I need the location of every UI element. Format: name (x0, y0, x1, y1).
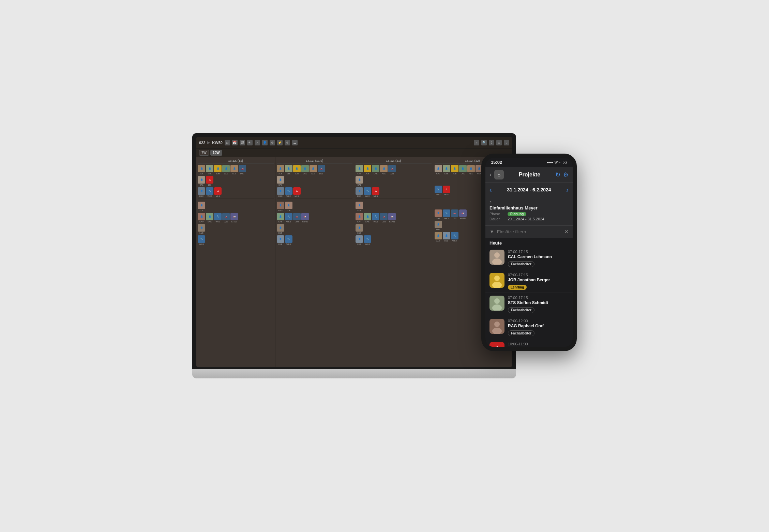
chip-2-lue[interactable]: 👤LUE (277, 235, 284, 245)
chip-3-yok[interactable]: 👤YOK (356, 202, 363, 212)
chip-rec[interactable]: 👤REC (198, 187, 205, 197)
filter-close-button[interactable]: ✕ (564, 229, 569, 235)
toolbar-icon-help[interactable]: ? (504, 140, 509, 145)
chip-lw1[interactable]: 🚗LW1 (239, 165, 246, 175)
chip-las[interactable]: 👤LAS (222, 165, 230, 175)
chip-yok[interactable]: 👤YOK (198, 202, 205, 212)
toolbar-icon-1[interactable]: ⊟ (225, 140, 230, 145)
chip-als2[interactable]: 👤ALS (230, 165, 238, 175)
list-item-rag[interactable]: 07:00-12:00 RAG Raphael Graf Facharbeite… (485, 316, 573, 339)
chip-2-lus[interactable]: 👤LUS (277, 224, 284, 234)
chip-4-wk4[interactable]: 🔧WK4 (451, 232, 458, 242)
chip-3-cal[interactable]: 👤CAL (356, 176, 363, 186)
chip-lus[interactable]: 👤LUS (198, 224, 205, 234)
chip-2-als2[interactable]: 👤ALS (310, 165, 317, 175)
chip-2-las[interactable]: 👤LAS (301, 165, 309, 175)
chip-4-sts[interactable]: 👤STS (443, 165, 450, 175)
chip-4-lw2[interactable]: 🚗LW2 (451, 209, 458, 219)
chip-als[interactable]: 👤ALS (198, 165, 205, 175)
chip-4-job[interactable]: 👤JOB (451, 165, 458, 175)
toolbar-icon-search[interactable]: 🔍 (481, 140, 487, 145)
toolbar-icon-7[interactable]: ⚙ (270, 140, 275, 145)
chip-2-mls[interactable]: ⚠MLS (293, 187, 301, 197)
toolbar-icon-3[interactable]: 🖼 (240, 140, 245, 145)
toolbar-icon-2[interactable]: 📅 (232, 140, 238, 145)
chip-4-kran[interactable]: 🚛KRAN (459, 209, 467, 219)
chip-3-lue[interactable]: 👤LUE (356, 235, 363, 245)
chip-lw2[interactable]: 🚗LW2 (222, 213, 230, 223)
chip-3-sts[interactable]: 👤STS (356, 165, 363, 175)
project-card[interactable]: 2 Einfamilienhaus Meyer Phase Planung Da… (485, 197, 573, 225)
toolbar-icon-4[interactable]: 👁 (247, 140, 253, 145)
toolbar-icon-share[interactable]: ⤴ (489, 140, 494, 145)
chip-3-lw1[interactable]: 🚗LW1 (388, 165, 396, 175)
chip-3-rec[interactable]: 👤REC (356, 187, 363, 197)
refresh-button[interactable]: ↻ (555, 171, 560, 178)
toolbar-icon-6[interactable]: 👤 (262, 140, 268, 145)
chip-wk4[interactable]: 🔧WK4 (198, 235, 205, 245)
chip-4-wk3[interactable]: 🔧WK3 (443, 209, 450, 219)
list-item-sts[interactable]: 07:00-17:15 STS Steffen Schmidt Facharbe… (485, 293, 573, 316)
toolbar-icon-filter[interactable]: ≡ (474, 140, 479, 145)
prev-week-button[interactable]: ‹ (489, 186, 492, 194)
chip-job[interactable]: 👤JOB (214, 165, 222, 175)
home-button[interactable]: ⌂ (494, 170, 504, 179)
chip-kran[interactable]: 🚛KRAN (230, 213, 238, 223)
chip-4-mls[interactable]: ⚠MLS (443, 186, 450, 195)
chip-4-sap[interactable]: 👤SAP (435, 209, 442, 219)
toolbar-icon-5[interactable]: ✓ (255, 140, 260, 145)
chip-4-lue[interactable]: 👤LUE (443, 232, 450, 242)
list-item-cal[interactable]: 07:00-17:15 CAL Carmen Lehmann Facharbei… (485, 247, 573, 270)
chip-3-wk4[interactable]: 🔧WK4 (364, 235, 371, 245)
chip-2-yok[interactable]: 👤YOK (285, 202, 292, 212)
toolbar-icon-10[interactable]: ☁ (292, 140, 298, 145)
chip-2-lw1[interactable]: 🚗LW1 (318, 165, 325, 175)
chip-3-wk3[interactable]: 🔧WK3 (372, 213, 379, 223)
list-item-job[interactable]: 07:00-17:15 JOB Jonathan Berger Lehrling (485, 270, 573, 293)
chip-3-wk2[interactable]: 🔧WK2 (364, 187, 371, 197)
chip-3-kran[interactable]: 🚛KRAN (388, 213, 396, 223)
back-button[interactable]: ‹ (489, 171, 492, 178)
chip-3-als[interactable]: 👤ALS (380, 165, 388, 175)
toolbar-icon-settings[interactable]: ⚙ (496, 140, 502, 145)
chip-2-sas[interactable]: 👤SAS (277, 213, 284, 223)
chip-3-lus[interactable]: 👤LUS (356, 224, 363, 234)
chip-3-mls[interactable]: ⚠MLS (372, 187, 379, 197)
chip-4-las[interactable]: 👤LAS (459, 165, 467, 175)
chip-2-als[interactable]: 👤ALS (277, 165, 284, 175)
chip-3-job[interactable]: 👤JOB (364, 165, 371, 175)
chip-3-las[interactable]: 👤LAS (372, 165, 379, 175)
chip-mls[interactable]: ⚠MLS (214, 187, 222, 197)
chip-2-rag[interactable]: 👤RAG (277, 202, 284, 212)
chip-sas[interactable]: 👤SAS (206, 213, 213, 223)
chip-4-wk2[interactable]: 🔧WK2 (435, 186, 442, 195)
chip-4-lus[interactable]: 👤LUS (435, 221, 442, 231)
chip-2-rec[interactable]: 👤REC (277, 187, 284, 197)
chip-4-als2[interactable]: 👤ALS (435, 232, 442, 242)
chip-3-sas[interactable]: 👤SAS (364, 213, 371, 223)
chip-4-als[interactable]: 👤ALS (467, 165, 475, 175)
filter-input[interactable] (497, 229, 561, 234)
chip-sap[interactable]: 👤SAP (198, 213, 205, 223)
chip-4-cal[interactable]: 👤CAL (435, 165, 442, 175)
next-week-button[interactable]: › (566, 186, 569, 194)
chip-2-wk2[interactable]: 🔧WK2 (285, 187, 292, 197)
list-item-lie[interactable]: ⚠ 10:00-11:00 LIE Lieferung Ereignis (485, 339, 573, 347)
chip-wk3[interactable]: 🔧WK3 (214, 213, 222, 223)
chip-2-job[interactable]: 👤JOB (293, 165, 301, 175)
chip-lie[interactable]: ⚠LIE (206, 176, 213, 186)
chip-2-wk3[interactable]: 🔧WK3 (285, 213, 292, 223)
week-btn-10w[interactable]: 10W (210, 150, 222, 156)
chip-2-kran[interactable]: 🚛KRAN (301, 213, 309, 223)
toolbar-icon-8[interactable]: ⚡ (277, 140, 283, 145)
chip-3-lw2[interactable]: 🚗LW2 (380, 213, 388, 223)
settings-button[interactable]: ⚙ (563, 171, 569, 178)
chip-2-lw2[interactable]: 🚗LW2 (293, 213, 301, 223)
chip-3-sap[interactable]: 👤SAP (356, 213, 363, 223)
toolbar-icon-9[interactable]: 🖨 (285, 140, 290, 145)
chip-wk2[interactable]: 🔧WK2 (206, 187, 213, 197)
chip-2-cal[interactable]: 👤CAL (277, 176, 284, 186)
chip-2-sts[interactable]: 👤STS (285, 165, 292, 175)
week-btn-7w[interactable]: 7W (199, 150, 209, 156)
chip-cal[interactable]: 👤CAL (198, 176, 205, 186)
